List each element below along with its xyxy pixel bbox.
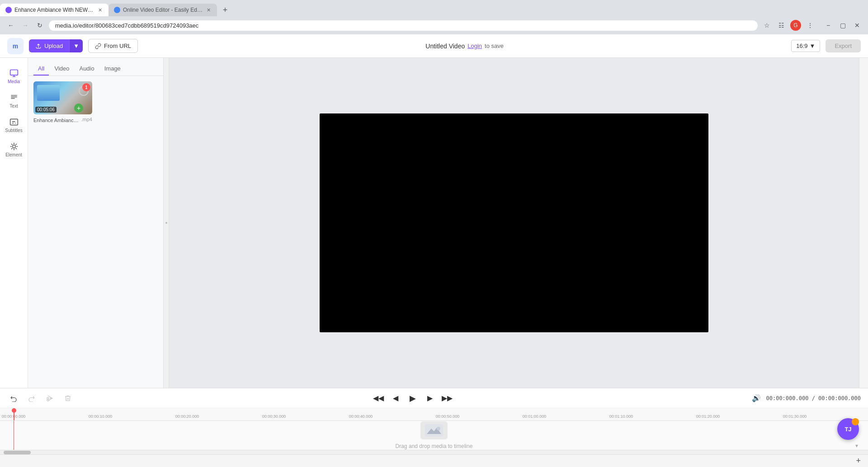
svg-point-5 [437, 427, 440, 430]
chat-bubble[interactable]: TJ [837, 418, 859, 440]
app: m Upload ▼ From URL Untitled Video Login… [0, 34, 868, 467]
sidebar-item-subtitles[interactable]: Subtitles [3, 114, 25, 137]
media-duration: 00:05:06 [35, 107, 57, 113]
media-grid: 00:05:06 + 1 Enhance Ambiance ... .mp4 [28, 76, 163, 388]
volume-icon[interactable]: 🔊 [752, 394, 761, 402]
ruler-mark-4: 00:00:40.000 [349, 414, 373, 419]
new-tab-button[interactable]: + [219, 4, 231, 16]
browser-action-menu[interactable]: ⋮ [805, 20, 816, 31]
time-display: 00:00:000.000 / 00:00:000.000 [766, 395, 861, 401]
bottom-bar-add[interactable]: + [856, 456, 861, 466]
back-button[interactable]: ← [5, 20, 16, 31]
tab-close-active[interactable]: ✕ [97, 6, 103, 14]
tab-title-inactive: Online Video Editor - Easily Edit... [123, 7, 203, 13]
timeline-playhead-line [14, 421, 14, 450]
browser-action-profile[interactable]: G [790, 20, 801, 31]
aspect-ratio-selector[interactable]: 16:9 ▼ [791, 40, 820, 52]
timeline-toolbar: ◀◀ ◀ ▶ ▶ ▶▶ 🔊 00:00:000.000 / 00:00:000.… [0, 388, 868, 408]
video-title-area: Untitled Video Login to save [425, 42, 504, 50]
video-title: Untitled Video [425, 42, 465, 50]
media-add-button[interactable]: + [74, 104, 83, 113]
delete-button[interactable] [61, 392, 74, 405]
skip-to-end-button[interactable]: ▶▶ [440, 391, 454, 406]
save-text: to save [485, 42, 504, 49]
timeline-tracks: Drag and drop media to timeline [0, 421, 868, 450]
sidebar-label-element: Element [5, 152, 22, 157]
collapse-down-chevron[interactable]: ▾ [855, 443, 858, 449]
collapse-handle[interactable] [164, 58, 169, 388]
media-panel: All Video Audio Image 00:05:06 + 1 [28, 58, 164, 388]
from-url-label: From URL [104, 42, 131, 49]
upload-dropdown-button[interactable]: ▼ [69, 39, 83, 52]
tab-bar: Enhance Ambiance With NEW Vi... ✕ Online… [0, 0, 868, 16]
drag-drop-label: Drag and drop media to timeline [396, 443, 473, 449]
sidebar-item-element[interactable]: Element [3, 138, 25, 161]
media-notification-badge: 1 [82, 83, 90, 91]
timeline-content: 00:00:00.000 00:00:10.000 00:00:20.000 0… [0, 408, 868, 450]
app-toolbar: m Upload ▼ From URL Untitled Video Login… [0, 34, 868, 58]
media-tab-all[interactable]: All [33, 62, 49, 75]
ruler-mark-8: 00:01:20.000 [696, 414, 720, 419]
skip-to-start-button[interactable]: ◀◀ [371, 391, 386, 406]
timeline-area: ◀◀ ◀ ▶ ▶ ▶▶ 🔊 00:00:000.000 / 00:00:000.… [0, 388, 868, 467]
ruler-mark-3: 00:00:30.000 [262, 414, 286, 419]
ruler-mark-9: 00:01:30.000 [783, 414, 807, 419]
media-thumbnail[interactable]: 00:05:06 + 1 [33, 81, 92, 114]
play-pause-button[interactable]: ▶ [406, 391, 420, 406]
tab-close-inactive[interactable]: ✕ [206, 6, 212, 14]
browser-minimize[interactable]: − [823, 20, 834, 31]
sidebar-label-text: Text [9, 104, 18, 108]
media-tabs: All Video Audio Image [28, 58, 163, 76]
bottom-bar: + [0, 454, 868, 467]
timeline-scrollbar[interactable] [0, 450, 868, 454]
browser-tab-active[interactable]: Enhance Ambiance With NEW Vi... ✕ [0, 4, 108, 16]
cut-button[interactable] [43, 392, 56, 405]
collapse-handle-indicator [165, 222, 167, 224]
chat-bubble-icon: TJ [844, 426, 851, 433]
media-tab-audio[interactable]: Audio [75, 62, 99, 75]
timeline-ruler: 00:00:00.000 00:00:10.000 00:00:20.000 0… [0, 408, 868, 421]
browser-action-bookmark[interactable]: ☆ [761, 20, 772, 31]
media-tab-image[interactable]: Image [100, 62, 125, 75]
browser-maximize[interactable]: ▢ [837, 20, 848, 31]
sidebar-item-media[interactable]: Media [3, 65, 25, 88]
step-back-button[interactable]: ◀ [388, 391, 403, 406]
sidebar-item-text[interactable]: Text [3, 90, 25, 112]
ruler-mark-7: 00:01:10.000 [609, 414, 633, 419]
url-input[interactable] [49, 20, 758, 31]
video-preview [320, 113, 708, 332]
media-tab-video[interactable]: Video [50, 62, 74, 75]
sidebar-label-subtitles: Subtitles [5, 128, 22, 133]
svg-point-2 [12, 145, 15, 148]
tab-favicon-2 [114, 7, 120, 13]
scrollbar-thumb[interactable] [4, 451, 31, 454]
refresh-button[interactable]: ↻ [34, 20, 45, 31]
playback-controls: ◀◀ ◀ ▶ ▶ ▶▶ [371, 391, 454, 406]
step-forward-button[interactable]: ▶ [423, 391, 437, 406]
tab-title-active: Enhance Ambiance With NEW Vi... [14, 7, 94, 13]
upload-main-button[interactable]: Upload [29, 39, 69, 52]
address-bar: ← → ↻ ☆ ☷ G ⋮ − ▢ ✕ [0, 16, 868, 34]
from-url-button[interactable]: From URL [88, 39, 138, 53]
sidebar-label-media: Media [8, 79, 20, 84]
media-item: 00:05:06 + 1 Enhance Ambiance ... .mp4 [33, 81, 92, 123]
ruler-mark-1: 00:00:10.000 [89, 414, 113, 419]
main-body: Media Text Subtitles Element All Video A… [0, 58, 868, 388]
browser-close[interactable]: ✕ [852, 20, 863, 31]
upload-button-group: Upload ▼ [29, 39, 83, 52]
browser-action-extensions[interactable]: ☷ [776, 20, 787, 31]
media-item-name: Enhance Ambiance ... [33, 118, 80, 123]
icon-sidebar: Media Text Subtitles Element [0, 58, 28, 388]
ruler-mark-2: 00:00:20.000 [175, 414, 199, 419]
aspect-ratio-value: 16:9 [796, 42, 807, 49]
timeline-playhead-marker [14, 408, 14, 420]
redo-button[interactable] [25, 392, 38, 405]
media-item-info: Enhance Ambiance ... .mp4 [33, 116, 92, 123]
browser-tab-inactive[interactable]: Online Video Editor - Easily Edit... ✕ [108, 4, 217, 16]
forward-button[interactable]: → [20, 20, 31, 31]
export-button[interactable]: Export [826, 39, 861, 52]
chat-notification-badge [852, 418, 859, 425]
timeline-placeholder-icon [420, 421, 448, 439]
login-link[interactable]: Login [467, 42, 482, 49]
undo-button[interactable] [7, 392, 20, 405]
